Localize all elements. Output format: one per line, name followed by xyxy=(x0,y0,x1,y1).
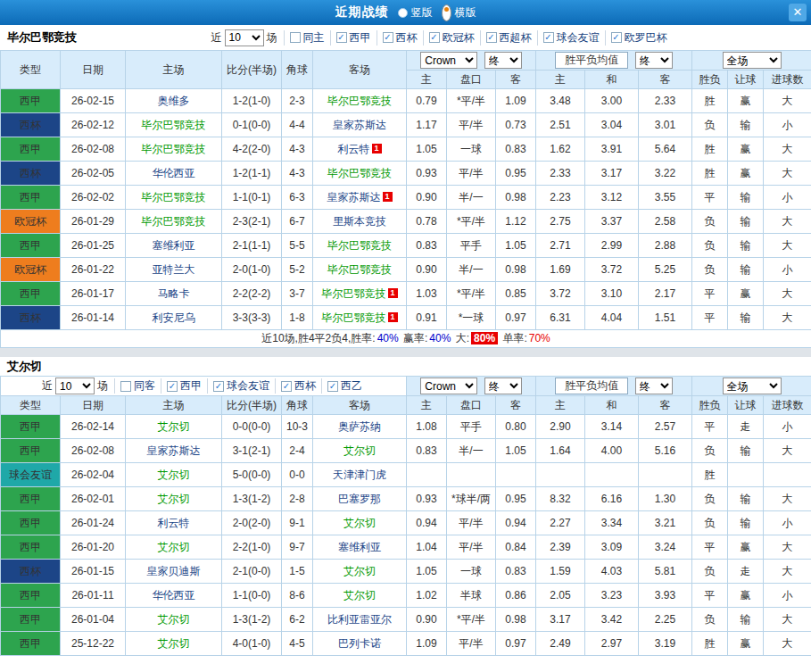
bookmaker-select[interactable]: Crown xyxy=(420,52,477,69)
checkbox-checked-icon[interactable]: ✓ xyxy=(429,32,440,43)
avg-odds-box[interactable]: 胜平负均值 xyxy=(555,377,628,394)
handicap-cell: 平手 xyxy=(447,234,496,258)
league-cell: 西甲 xyxy=(1,282,61,306)
team-link[interactable]: 艾尔切 xyxy=(158,469,190,481)
team-link[interactable]: 艾尔切 xyxy=(158,420,190,433)
fullmatch-select[interactable]: 全场 xyxy=(723,377,782,394)
team-link[interactable]: 艾尔切 xyxy=(158,541,190,553)
team-link[interactable]: 利安尼乌 xyxy=(153,311,195,324)
match-count-select[interactable]: 10 xyxy=(55,377,95,394)
final-avg-select[interactable]: 终 xyxy=(635,377,673,394)
checkbox-checked-icon[interactable]: ✓ xyxy=(383,32,393,43)
match-row: 西甲26-02-01艾尔切1-3(1-2)2-8巴塞罗那0.93*球半/两0.9… xyxy=(1,487,811,511)
league-cell: 西甲 xyxy=(1,439,61,463)
filter-球会友谊[interactable]: ✓球会友谊 xyxy=(537,30,605,46)
team-link[interactable]: 艾尔切 xyxy=(343,565,376,577)
filter-西杯[interactable]: ✓西杯 xyxy=(377,30,423,46)
team-link[interactable]: 毕尔巴鄂竞技 xyxy=(142,119,206,131)
team-link[interactable]: 利云特 xyxy=(338,143,370,155)
result-cell: 胜 xyxy=(692,137,728,162)
team-link[interactable]: 艾尔切 xyxy=(158,493,190,505)
team-link[interactable]: 艾尔切 xyxy=(158,637,190,650)
checkbox-checked-icon[interactable]: ✓ xyxy=(167,381,178,392)
corners-cell: 1-8 xyxy=(282,306,313,330)
team-link[interactable]: 毕尔巴鄂竞技 xyxy=(327,263,392,276)
radio-selected-icon[interactable] xyxy=(442,4,451,21)
final-odds-select[interactable]: 终 xyxy=(484,377,522,394)
team-link[interactable]: 毕尔巴鄂竞技 xyxy=(327,167,392,179)
odds-away-cell: 1.12 xyxy=(496,210,536,234)
checkbox-checked-icon[interactable]: ✓ xyxy=(281,381,292,392)
team-link[interactable]: 毕尔巴鄂竞技 xyxy=(327,239,392,252)
team-link[interactable]: 毕尔巴鄂竞技 xyxy=(142,143,206,155)
match-count-select[interactable]: 10 xyxy=(225,29,264,46)
league-cell: 欧冠杯 xyxy=(1,210,61,234)
team-link[interactable]: 塞维利亚 xyxy=(153,239,195,252)
filter-同主[interactable]: 同主 xyxy=(284,30,330,46)
checkbox-checked-icon[interactable]: ✓ xyxy=(327,381,338,392)
final-avg-select[interactable]: 终 xyxy=(635,52,673,69)
league-cell: 西甲 xyxy=(1,234,61,258)
team-link[interactable]: 奥萨苏纳 xyxy=(338,420,381,433)
team-link[interactable]: 华伦西亚 xyxy=(153,589,195,601)
team2-matches-table: 近 10 场 同客✓西甲✓球会友谊✓西杯✓西乙 Crown 终 胜平负均值 终 … xyxy=(0,376,811,656)
checkbox-checked-icon[interactable]: ✓ xyxy=(336,32,347,43)
close-icon[interactable]: ✕ xyxy=(789,4,807,21)
score-cell: 2-1(1-1) xyxy=(222,234,282,258)
team-link[interactable]: 皇家苏斯达 xyxy=(327,191,381,203)
team-link[interactable]: 亚特兰大 xyxy=(153,263,195,276)
team-link[interactable]: 华伦西亚 xyxy=(153,167,195,179)
avg-away-cell: 2.25 xyxy=(639,608,692,632)
team-link[interactable]: 巴列卡诺 xyxy=(338,637,381,650)
checkbox-unchecked-icon[interactable] xyxy=(290,32,301,43)
team-link[interactable]: 天津津门虎 xyxy=(333,469,386,481)
checkbox-checked-icon[interactable]: ✓ xyxy=(213,381,224,392)
filter-欧冠杯[interactable]: ✓欧冠杯 xyxy=(423,30,480,46)
team-link[interactable]: 毕尔巴鄂竞技 xyxy=(142,191,206,203)
match-row: 西甲26-02-15奥维多1-2(1-0)2-3毕尔巴鄂竞技0.79*平/半1.… xyxy=(1,89,811,113)
away-team-cell: 皇家苏斯达 xyxy=(313,113,407,137)
team-link[interactable]: 里斯本竞技 xyxy=(333,215,386,228)
filter-同客[interactable]: 同客 xyxy=(114,378,161,394)
avg-odds-box[interactable]: 胜平负均值 xyxy=(555,52,628,69)
team-link[interactable]: 艾尔切 xyxy=(343,444,376,457)
team-link[interactable]: 利云特 xyxy=(158,517,190,529)
team-link[interactable]: 艾尔切 xyxy=(343,517,376,529)
team-link[interactable]: 毕尔巴鄂竞技 xyxy=(142,215,206,228)
final-odds-select[interactable]: 终 xyxy=(484,52,522,69)
checkbox-checked-icon[interactable]: ✓ xyxy=(543,32,554,43)
team-link[interactable]: 毕尔巴鄂竞技 xyxy=(322,311,386,324)
team-link[interactable]: 皇家苏斯达 xyxy=(333,119,386,131)
handicap-result-cell: 输 xyxy=(728,210,764,234)
odds-home-cell: 0.79 xyxy=(407,89,447,113)
checkbox-checked-icon[interactable]: ✓ xyxy=(611,32,622,43)
filter-西超杯[interactable]: ✓西超杯 xyxy=(480,30,537,46)
checkbox-checked-icon[interactable]: ✓ xyxy=(486,32,497,43)
layout-vertical-option[interactable]: 竖版 xyxy=(398,5,433,21)
team-link[interactable]: 艾尔切 xyxy=(343,589,376,601)
layout-horizontal-option[interactable]: 横版 xyxy=(442,4,476,21)
fullmatch-select[interactable]: 全场 xyxy=(723,52,782,69)
filter-球会友谊[interactable]: ✓球会友谊 xyxy=(207,378,275,394)
radio-unselected-icon[interactable] xyxy=(398,8,408,18)
team-link[interactable]: 皇家贝迪斯 xyxy=(147,565,201,577)
avg-draw-cell: 6.16 xyxy=(585,487,639,511)
team-link[interactable]: 皇家苏斯达 xyxy=(147,444,201,457)
filter-西甲[interactable]: ✓西甲 xyxy=(330,30,377,46)
corners-cell: 2-4 xyxy=(282,439,313,463)
bookmaker-select[interactable]: Crown xyxy=(420,377,477,394)
checkbox-unchecked-icon[interactable] xyxy=(120,381,131,392)
filter-西杯[interactable]: ✓西杯 xyxy=(275,378,321,394)
filter-欧罗巴杯[interactable]: ✓欧罗巴杯 xyxy=(605,30,673,46)
team-link[interactable]: 巴塞罗那 xyxy=(338,493,381,505)
avg-home-cell: 2.23 xyxy=(536,186,585,210)
team-link[interactable]: 塞维利亚 xyxy=(338,541,381,553)
team-link[interactable]: 比利亚雷亚尔 xyxy=(327,613,392,626)
team-link[interactable]: 马略卡 xyxy=(158,287,190,300)
filter-西甲[interactable]: ✓西甲 xyxy=(161,378,207,394)
team-link[interactable]: 艾尔切 xyxy=(158,613,190,626)
filter-西乙[interactable]: ✓西乙 xyxy=(321,378,368,394)
team-link[interactable]: 奥维多 xyxy=(158,95,190,107)
team-link[interactable]: 毕尔巴鄂竞技 xyxy=(327,95,392,107)
team-link[interactable]: 毕尔巴鄂竞技 xyxy=(322,287,386,300)
